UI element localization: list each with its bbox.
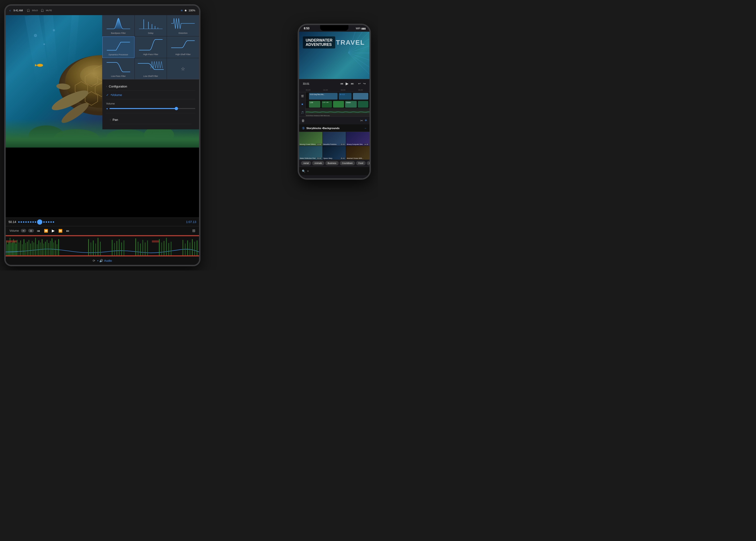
skip-forward-button[interactable]: ⏭: [65, 229, 71, 233]
grid-icon[interactable]: ⊞: [192, 229, 195, 233]
effect-favorite[interactable]: ☆: [167, 58, 199, 79]
color-clip-1[interactable]: 1.00: [309, 101, 321, 108]
cat-food[interactable]: Food: [356, 161, 366, 165]
scrub-dot: [43, 221, 45, 223]
tablet-device: ‹ 9:41 AM 🎧 SOLO 🎧 MUTE ≋ ★ 100%: [4, 4, 200, 266]
cat-countdown[interactable]: Countdown: [340, 161, 355, 165]
cat-animals[interactable]: Animals: [312, 161, 324, 165]
timeline-scrubber[interactable]: [18, 220, 184, 225]
lowpass-label: Low-Pass Filter: [104, 75, 133, 77]
category-pills: Aerial Animals Business Countdown Food H…: [299, 160, 369, 167]
thumb-item-1[interactable]: Moving Crowd Silhou... 10.00: [299, 132, 322, 146]
waveform-bottom-line: [6, 256, 199, 256]
svg-rect-77: [119, 239, 120, 256]
phone-video-preview[interactable]: UNDERWATER ADVENTURES TRAVEL: [299, 32, 369, 79]
phone-export-icon[interactable]: ↪: [363, 82, 366, 85]
effect-lowpass[interactable]: Low-Pass Filter: [102, 58, 135, 79]
ruler-marks: 30,00 32,00 34,00 36,00: [306, 89, 363, 91]
volume-slider-row[interactable]: ◂: [106, 107, 195, 110]
thumb-item-5[interactable]: Space Warp 35.00: [323, 146, 346, 160]
thumb-label-6: Abstract Ocean With...: [347, 158, 363, 159]
audio-track-row: 🎵 35.06 River Ambience With Birds.wav: [299, 108, 369, 116]
effect-distortion[interactable]: Distortion: [167, 15, 199, 36]
configuration-row[interactable]: › Configuration: [106, 82, 195, 91]
star-icon[interactable]: ★: [184, 9, 187, 12]
scrub-dot: [28, 221, 29, 223]
svg-rect-88: [164, 241, 164, 256]
cat-business[interactable]: Business: [325, 161, 339, 165]
thumb-item-2[interactable]: Beautiful Particles 20.00: [323, 132, 346, 146]
thumb-item-6[interactable]: Abstract Ocean With...: [346, 146, 369, 160]
volume-thumb[interactable]: [175, 107, 178, 110]
browser-nav-arrow[interactable]: →: [364, 127, 367, 130]
svg-rect-34: [7, 244, 8, 256]
svg-rect-91: [171, 242, 172, 256]
volume-track[interactable]: [110, 108, 195, 109]
effect-bandpass[interactable]: Bandpass Filter: [102, 15, 135, 36]
effect-lowshelf[interactable]: Low-Shelf Filter: [135, 58, 167, 79]
video-track-row: 🎬 5.03 GrayTiles-Ma... ⚙ 4.21: [299, 92, 369, 100]
svg-point-4: [37, 64, 43, 67]
effect-highpass[interactable]: High-Pass Filter: [135, 36, 167, 58]
scrub-dot-current[interactable]: [37, 220, 42, 225]
phone-play-button[interactable]: ▶: [346, 81, 348, 86]
svg-rect-68: [88, 239, 89, 256]
phone-skip-forward[interactable]: ⏭: [351, 82, 354, 85]
svg-line-103: [348, 46, 369, 53]
scrub-dot: [32, 221, 34, 223]
effects-grid: Bandpass Filter Delay: [102, 15, 199, 79]
video-track-content[interactable]: 5.03 GrayTiles-Ma... ⚙ 4.21: [306, 92, 369, 100]
highshelf-label: High-Shelf Filter: [169, 53, 197, 56]
rewind-button[interactable]: ⏪: [43, 229, 49, 233]
thumb-duration-2: 20.00: [340, 144, 345, 145]
thumb-label-5: Space Warp: [323, 158, 332, 159]
svg-rect-85: [147, 241, 148, 256]
color-clip-4[interactable]: Green: [345, 101, 357, 108]
color-clip-5[interactable]: [358, 101, 368, 108]
audio-tab[interactable]: ● 🔊 Audio: [97, 259, 112, 263]
video-clip-3[interactable]: [353, 93, 368, 100]
svg-rect-74: [112, 240, 113, 256]
rotation-icon[interactable]: ⟳: [93, 259, 95, 263]
color-clip-3[interactable]: [333, 101, 344, 108]
waveform-top-line: [6, 235, 199, 236]
video-clip-1[interactable]: 5.03 GrayTiles-Ma...: [309, 93, 338, 100]
trash-button[interactable]: 🗑: [301, 119, 305, 123]
thumb-item-3[interactable]: Binary.Computer.Stre... 14.00: [346, 132, 369, 146]
svg-rect-75: [114, 243, 115, 256]
phone-playback-buttons: ⏮ ▶ ⏭ ↩ ↪: [340, 81, 366, 86]
color-track-content[interactable]: 1.00 2.27 1.00 Green: [306, 100, 369, 108]
effect-delay[interactable]: Delay: [135, 15, 167, 36]
svg-rect-48: [27, 242, 28, 256]
sort-icon[interactable]: ≡: [307, 170, 309, 172]
back-button[interactable]: ‹: [9, 9, 11, 12]
effect-dynamics[interactable]: Dynamics Processor: [102, 36, 135, 58]
audio-track-content[interactable]: 35.06 River Ambience With Birds.wav: [306, 108, 369, 116]
effect-highshelf[interactable]: High-Shelf Filter: [167, 36, 199, 58]
phone-skip-back[interactable]: ⏮: [340, 82, 343, 85]
phone-share-icon[interactable]: ↩: [358, 82, 361, 85]
battery-icon: ▮▮▮: [361, 27, 366, 30]
volume-row[interactable]: ✓ •Volume: [106, 91, 195, 99]
thumb-label-1: Moving Crowd Silhou...: [300, 144, 317, 145]
thumb-label-2: Beautiful Particles: [323, 144, 337, 145]
color-clip-2[interactable]: 2.27 1.00: [322, 101, 332, 108]
skip-back-button[interactable]: ⏮: [36, 229, 41, 233]
waveform-area: [6, 235, 199, 256]
phone-action-buttons: 🗑 ✂ +: [299, 116, 369, 124]
fast-forward-button[interactable]: ⏩: [57, 229, 63, 233]
search-icon[interactable]: 🔍: [302, 170, 305, 173]
phone-media-browser: ⑤ Storyblocks •Backgrounds → Moving Crow…: [299, 124, 369, 178]
audio-label: Audio: [104, 259, 112, 263]
thumb-item-4[interactable]: Water Reflection Part... 30.00: [299, 146, 322, 160]
video-clip-2[interactable]: ⚙ 4.21: [339, 93, 352, 100]
svg-rect-65: [55, 241, 56, 256]
cat-holidays[interactable]: Holidays: [367, 161, 369, 165]
add-button[interactable]: +: [365, 118, 367, 123]
play-button[interactable]: ▶: [51, 228, 56, 234]
scissors-button[interactable]: ✂: [360, 119, 363, 123]
pan-row[interactable]: › Pan: [110, 116, 191, 124]
svg-rect-84: [145, 243, 146, 256]
cat-aerial[interactable]: Aerial: [301, 161, 311, 165]
phone-device: 8:53 WiFi ▮▮▮: [298, 24, 371, 180]
